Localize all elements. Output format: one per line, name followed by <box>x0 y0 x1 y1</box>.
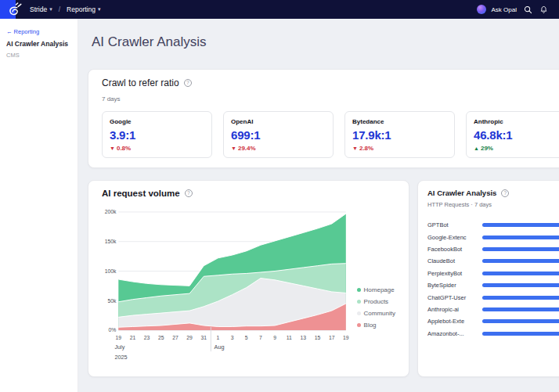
nav-reporting-menu[interactable]: Reporting ▾ <box>67 5 100 13</box>
ratio-period-label: 7 days <box>102 95 559 102</box>
metric-change: ▼29.4% <box>231 145 326 152</box>
svg-text:July: July <box>114 343 124 351</box>
svg-text:7: 7 <box>259 335 262 340</box>
sidebar-page-title: AI Crawler Analysis <box>6 40 71 48</box>
breadcrumb-separator: / <box>59 5 60 13</box>
bot-label: ClaudeBot <box>427 257 482 264</box>
bot-row-claudebot: ClaudeBot <box>427 255 559 267</box>
help-icon[interactable]: ? <box>184 79 192 87</box>
svg-text:13: 13 <box>301 335 307 340</box>
svg-text:200k: 200k <box>105 209 117 214</box>
bot-row-applebot-exte: Applebot-Exte <box>427 315 559 327</box>
sidebar-subtitle: CMS <box>6 52 71 59</box>
bot-bar-track <box>482 307 559 311</box>
svg-text:27: 27 <box>172 335 179 340</box>
metric-value: 699:1 <box>231 128 326 142</box>
legend-label: Products <box>364 298 389 305</box>
bot-row-facebookbot: FacebookBot <box>427 243 559 255</box>
ask-opal-label: Ask Opal <box>492 6 517 13</box>
bot-label: ChatGPT-User <box>427 294 482 301</box>
left-sidebar: ← Reporting AI Crawler Analysis CMS <box>0 19 78 392</box>
bot-bar <box>482 283 559 287</box>
metric-label: Google <box>110 118 204 125</box>
bot-label: GPTBot <box>427 221 482 228</box>
bot-row-gptbot: GPTBot <box>427 219 559 231</box>
triangle-up-icon: ▲ <box>474 146 479 151</box>
bot-label: ByteSpider <box>427 282 482 289</box>
metric-tile-google: Google3.9:1▼0.8% <box>102 111 212 158</box>
search-icon[interactable] <box>524 5 532 14</box>
metric-tile-anthropic: Anthropic46.8k:1▲29% <box>466 111 559 158</box>
bot-bar-track <box>482 319 559 323</box>
svg-text:15: 15 <box>315 335 321 340</box>
ask-opal-button[interactable]: Ask Opal <box>477 5 517 14</box>
svg-text:50k: 50k <box>107 298 117 304</box>
metric-label: OpenAI <box>231 118 326 125</box>
metric-change: ▲29% <box>474 145 559 152</box>
page-title: AI Crawler Analysis <box>92 34 206 50</box>
bot-bar <box>482 259 559 263</box>
svg-text:1: 1 <box>217 335 220 340</box>
triangle-down-icon: ▼ <box>110 146 115 151</box>
metric-tiles: Google3.9:1▼0.8%OpenAI699:1▼29.4%Bytedan… <box>102 111 559 158</box>
metric-label: Anthropic <box>474 118 559 125</box>
svg-text:17: 17 <box>329 335 335 340</box>
bot-bar <box>482 332 559 336</box>
legend-item-homepage[interactable]: Homepage <box>357 286 395 293</box>
crawl-to-refer-ratio-card: Crawl to refer ratio ? 7 days Google3.9:… <box>88 69 559 168</box>
metric-tile-bytedance: Bytedance17.9k:1▼2.8% <box>344 111 455 158</box>
bot-row-google-extenc: Google-Extenc <box>427 231 559 243</box>
svg-text:2025: 2025 <box>114 354 127 361</box>
bot-label: FacebookBot <box>427 246 482 253</box>
bot-label: Applebot-Exte <box>427 318 482 325</box>
bot-bar-list: GPTBotGoogle-ExtencFacebookBotClaudeBotP… <box>427 219 559 340</box>
legend-item-products[interactable]: Products <box>357 298 395 305</box>
bot-row-chatgpt-user: ChatGPT-User <box>427 291 559 303</box>
brand-logo-icon <box>5 1 24 18</box>
svg-text:5: 5 <box>245 335 248 340</box>
legend-label: Blog <box>364 322 377 329</box>
bot-bar-track <box>482 296 559 300</box>
legend-item-community[interactable]: Community <box>357 310 395 317</box>
back-to-reporting-link[interactable]: ← Reporting <box>6 28 71 35</box>
bot-bar <box>482 296 559 300</box>
nav-brand-menu[interactable]: Stride ▾ <box>30 5 52 13</box>
bot-label: Anthropic-ai <box>427 306 482 313</box>
bot-bar <box>482 307 559 311</box>
bot-row-perplexitybot: PerplexityBot <box>427 268 559 279</box>
legend-dot-icon <box>357 311 361 315</box>
bot-bar-track <box>482 259 559 263</box>
help-icon[interactable]: ? <box>501 189 509 197</box>
bot-label: Google-Extenc <box>427 234 482 241</box>
bot-bar <box>482 223 559 227</box>
svg-text:0%: 0% <box>109 327 117 333</box>
triangle-down-icon: ▼ <box>352 146 358 151</box>
bell-icon[interactable] <box>539 5 548 14</box>
svg-text:100k: 100k <box>105 268 117 274</box>
bot-bar <box>482 272 559 275</box>
bot-row-anthropic-ai: Anthropic-ai <box>427 304 559 315</box>
bot-label: PerplexityBot <box>427 270 482 277</box>
metric-value: 3.9:1 <box>110 128 204 142</box>
triangle-down-icon: ▼ <box>231 146 236 151</box>
svg-text:23: 23 <box>144 335 150 340</box>
svg-text:29: 29 <box>186 335 193 340</box>
ratio-card-title: Crawl to refer ratio <box>102 77 179 88</box>
legend-dot-icon <box>357 323 361 327</box>
metric-value: 17.9k:1 <box>352 128 447 142</box>
crawler-card-subtitle: HTTP Requests · 7 days <box>427 201 559 208</box>
metric-tile-openai: OpenAI699:1▼29.4% <box>223 111 334 158</box>
svg-text:9: 9 <box>273 335 276 340</box>
ai-crawler-analysis-card: AI Crawler Analysis ? HTTP Requests · 7 … <box>417 180 559 377</box>
legend-item-blog[interactable]: Blog <box>357 322 395 329</box>
svg-text:21: 21 <box>130 335 136 340</box>
metric-label: Bytedance <box>352 118 447 125</box>
chevron-down-icon: ▾ <box>49 6 52 13</box>
bot-bar-track <box>482 272 559 275</box>
opal-avatar <box>477 5 486 14</box>
chart-legend: HomepageProductsCommunityBlog <box>357 286 395 363</box>
bot-row-bytespider: ByteSpider <box>427 279 559 291</box>
top-navbar: Stride ▾ / Reporting ▾ Ask Opal <box>0 0 559 19</box>
bot-bar <box>482 319 559 323</box>
help-icon[interactable]: ? <box>185 189 193 197</box>
